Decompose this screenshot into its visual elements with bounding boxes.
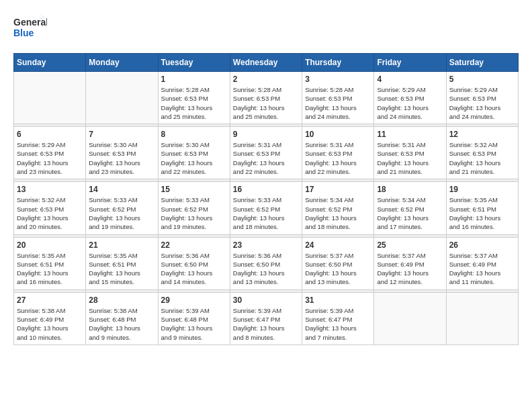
day-info: Sunrise: 5:33 AM Sunset: 6:52 PM Dayligh… [161,195,227,231]
day-info: Sunrise: 5:37 AM Sunset: 6:49 PM Dayligh… [377,251,443,287]
day-number: 15 [161,185,227,194]
day-cell: 18Sunrise: 5:34 AM Sunset: 6:52 PM Dayli… [374,182,446,234]
day-cell: 11Sunrise: 5:31 AM Sunset: 6:53 PM Dayli… [374,127,446,179]
day-info: Sunrise: 5:36 AM Sunset: 6:50 PM Dayligh… [161,251,227,287]
week-row-1: 1Sunrise: 5:28 AM Sunset: 6:53 PM Daylig… [14,72,519,124]
day-info: Sunrise: 5:38 AM Sunset: 6:49 PM Dayligh… [17,306,83,342]
day-header-thursday: Thursday [302,54,374,72]
day-info: Sunrise: 5:28 AM Sunset: 6:53 PM Dayligh… [305,85,371,121]
day-cell: 9Sunrise: 5:31 AM Sunset: 6:53 PM Daylig… [230,127,302,179]
day-cell [86,72,158,124]
day-info: Sunrise: 5:32 AM Sunset: 6:53 PM Dayligh… [17,195,83,231]
day-cell: 6Sunrise: 5:29 AM Sunset: 6:53 PM Daylig… [14,127,86,179]
day-cell: 29Sunrise: 5:39 AM Sunset: 6:48 PM Dayli… [158,292,230,345]
day-cell: 25Sunrise: 5:37 AM Sunset: 6:49 PM Dayli… [374,237,446,289]
day-cell [14,72,86,124]
day-cell: 31Sunrise: 5:39 AM Sunset: 6:47 PM Dayli… [302,292,374,345]
svg-text:General: General [13,17,47,28]
week-row-5: 27Sunrise: 5:38 AM Sunset: 6:49 PM Dayli… [14,292,519,345]
calendar-table: SundayMondayTuesdayWednesdayThursdayFrid… [13,53,519,345]
day-number: 29 [161,295,227,305]
day-number: 5 [449,75,515,84]
day-cell: 19Sunrise: 5:35 AM Sunset: 6:51 PM Dayli… [446,182,518,234]
day-number: 11 [377,130,443,139]
day-number: 25 [377,240,443,250]
day-cell: 22Sunrise: 5:36 AM Sunset: 6:50 PM Dayli… [158,237,230,289]
day-number: 6 [17,130,83,139]
week-row-3: 13Sunrise: 5:32 AM Sunset: 6:53 PM Dayli… [14,182,519,234]
logo: General Blue [13,13,47,46]
day-info: Sunrise: 5:39 AM Sunset: 6:48 PM Dayligh… [161,306,227,342]
day-number: 9 [233,130,299,139]
day-info: Sunrise: 5:35 AM Sunset: 6:51 PM Dayligh… [449,195,515,231]
day-number: 24 [305,240,371,250]
day-info: Sunrise: 5:31 AM Sunset: 6:53 PM Dayligh… [305,140,371,176]
day-number: 13 [17,185,83,194]
day-info: Sunrise: 5:38 AM Sunset: 6:48 PM Dayligh… [89,306,154,342]
day-info: Sunrise: 5:31 AM Sunset: 6:53 PM Dayligh… [233,140,299,176]
day-number: 20 [17,240,83,250]
day-cell: 13Sunrise: 5:32 AM Sunset: 6:53 PM Dayli… [14,182,86,234]
day-number: 17 [305,185,371,194]
day-cell: 15Sunrise: 5:33 AM Sunset: 6:52 PM Dayli… [158,182,230,234]
day-info: Sunrise: 5:36 AM Sunset: 6:50 PM Dayligh… [233,251,299,287]
day-cell: 21Sunrise: 5:35 AM Sunset: 6:51 PM Dayli… [86,237,158,289]
day-number: 26 [449,240,515,250]
header: General Blue [13,13,519,46]
day-info: Sunrise: 5:30 AM Sunset: 6:53 PM Dayligh… [89,140,154,176]
day-info: Sunrise: 5:28 AM Sunset: 6:53 PM Dayligh… [233,85,299,121]
day-number: 30 [233,295,299,305]
day-header-wednesday: Wednesday [230,54,302,72]
day-number: 4 [377,75,443,84]
day-number: 23 [233,240,299,250]
day-number: 8 [161,130,227,139]
day-number: 18 [377,185,443,194]
day-info: Sunrise: 5:39 AM Sunset: 6:47 PM Dayligh… [233,306,299,342]
day-cell: 20Sunrise: 5:35 AM Sunset: 6:51 PM Dayli… [14,237,86,289]
day-number: 16 [233,185,299,194]
day-info: Sunrise: 5:29 AM Sunset: 6:53 PM Dayligh… [449,85,515,121]
week-row-2: 6Sunrise: 5:29 AM Sunset: 6:53 PM Daylig… [14,127,519,179]
day-cell: 2Sunrise: 5:28 AM Sunset: 6:53 PM Daylig… [230,72,302,124]
day-number: 12 [449,130,515,139]
day-info: Sunrise: 5:33 AM Sunset: 6:52 PM Dayligh… [89,195,154,231]
week-row-4: 20Sunrise: 5:35 AM Sunset: 6:51 PM Dayli… [14,237,519,289]
day-number: 10 [305,130,371,139]
day-info: Sunrise: 5:37 AM Sunset: 6:50 PM Dayligh… [305,251,371,287]
day-number: 27 [17,295,83,305]
day-number: 22 [161,240,227,250]
day-info: Sunrise: 5:34 AM Sunset: 6:52 PM Dayligh… [377,195,443,231]
day-number: 3 [305,75,371,84]
day-info: Sunrise: 5:34 AM Sunset: 6:52 PM Dayligh… [305,195,371,231]
day-cell: 12Sunrise: 5:32 AM Sunset: 6:53 PM Dayli… [446,127,518,179]
day-cell: 14Sunrise: 5:33 AM Sunset: 6:52 PM Dayli… [86,182,158,234]
day-cell [374,292,446,345]
day-info: Sunrise: 5:30 AM Sunset: 6:53 PM Dayligh… [161,140,227,176]
day-cell: 1Sunrise: 5:28 AM Sunset: 6:53 PM Daylig… [158,72,230,124]
day-cell: 7Sunrise: 5:30 AM Sunset: 6:53 PM Daylig… [86,127,158,179]
day-header-sunday: Sunday [14,54,86,72]
day-info: Sunrise: 5:32 AM Sunset: 6:53 PM Dayligh… [449,140,515,176]
day-cell: 10Sunrise: 5:31 AM Sunset: 6:53 PM Dayli… [302,127,374,179]
logo-icon: General Blue [13,13,47,44]
day-info: Sunrise: 5:39 AM Sunset: 6:47 PM Dayligh… [305,306,371,342]
day-cell: 8Sunrise: 5:30 AM Sunset: 6:53 PM Daylig… [158,127,230,179]
day-cell: 28Sunrise: 5:38 AM Sunset: 6:48 PM Dayli… [86,292,158,345]
day-number: 21 [89,240,154,250]
day-cell: 23Sunrise: 5:36 AM Sunset: 6:50 PM Dayli… [230,237,302,289]
day-number: 2 [233,75,299,84]
day-cell: 5Sunrise: 5:29 AM Sunset: 6:53 PM Daylig… [446,72,518,124]
day-cell: 26Sunrise: 5:37 AM Sunset: 6:49 PM Dayli… [446,237,518,289]
day-number: 14 [89,185,154,194]
day-number: 1 [161,75,227,84]
day-info: Sunrise: 5:31 AM Sunset: 6:53 PM Dayligh… [377,140,443,176]
day-cell: 3Sunrise: 5:28 AM Sunset: 6:53 PM Daylig… [302,72,374,124]
day-info: Sunrise: 5:29 AM Sunset: 6:53 PM Dayligh… [17,140,83,176]
day-cell: 30Sunrise: 5:39 AM Sunset: 6:47 PM Dayli… [230,292,302,345]
day-cell: 24Sunrise: 5:37 AM Sunset: 6:50 PM Dayli… [302,237,374,289]
day-header-saturday: Saturday [446,54,518,72]
day-info: Sunrise: 5:28 AM Sunset: 6:53 PM Dayligh… [161,85,227,121]
day-number: 31 [305,295,371,305]
day-info: Sunrise: 5:35 AM Sunset: 6:51 PM Dayligh… [17,251,83,287]
days-header-row: SundayMondayTuesdayWednesdayThursdayFrid… [14,54,519,72]
